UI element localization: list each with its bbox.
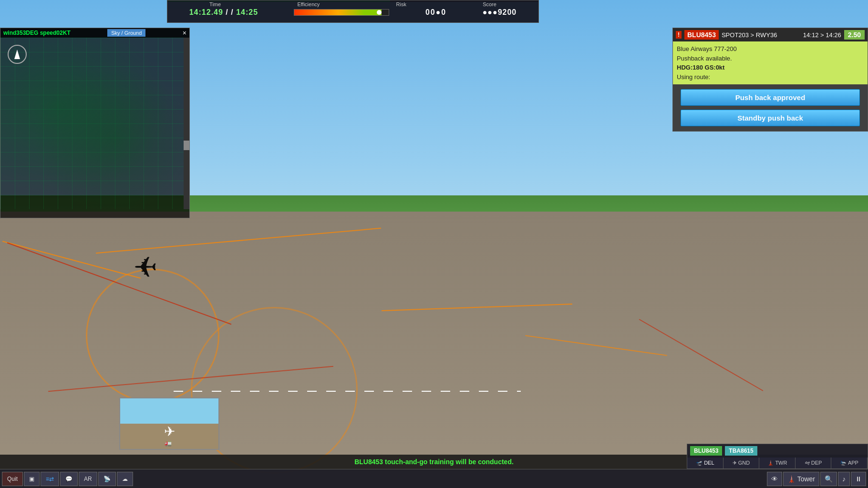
radar-icon: 📡 [103,476,111,482]
risk-label: Risk [396,1,406,7]
risk-value: 00●0 [425,8,446,16]
tab-twr-icon: 🗼 [767,460,774,466]
pause-icon: ⏸ [855,475,862,483]
flight-info-body: Blue Airways 777-200 Pushback available.… [673,41,868,84]
view-button[interactable]: 👁 [767,472,782,486]
compass [8,45,27,64]
tab-dep[interactable]: 🛩 DEP [796,458,832,468]
radar-content [0,38,189,209]
bottom-toolbar: Quit ▣ ≡⇄ 💬 AR 📡 ☁ 👁 [0,469,868,488]
layout-icon: ≡⇄ [46,476,54,482]
radar-scrollbar[interactable] [184,38,189,209]
hud-time-display: 14:12.49 / / 14:25 [189,8,258,17]
traffic-callsigns: BLU8453 TBA8615 [687,444,868,458]
ar-button[interactable]: AR [79,472,97,486]
radar-button[interactable]: 📡 [98,472,116,486]
audio-icon: ♪ [842,475,846,483]
tab-gnd-icon: ✈ [733,460,737,466]
tower-label: Tower [797,475,815,483]
orange-line-3 [382,304,572,311]
time-sep: / [226,8,228,16]
quit-button[interactable]: Quit [2,472,23,486]
search-button[interactable]: 🔍 [820,472,837,486]
window-button[interactable]: ▣ [24,472,40,486]
pause-button[interactable]: ⏸ [851,472,866,486]
ar-label: AR [84,476,92,482]
score-value: ●●●9200 [483,8,517,16]
score-display: ●●●9200 [483,8,517,17]
traffic-panel[interactable]: BLU8453 TBA8615 🛫 DEL ✈ GND 🗼 TWR 🛩 DEP … [687,444,868,469]
wind-info: wind353DEG speed02KT [3,30,71,36]
toolbar-left: Quit ▣ ≡⇄ 💬 AR 📡 ☁ [0,472,135,486]
preview-vehicle: 🚛 [165,440,172,447]
top-hud: Time Efficiency Risk Score 14:12.49 / / … [167,0,539,23]
flight-callsign: BLU8453 [684,30,719,40]
tab-twr[interactable]: 🗼 TWR [759,458,796,468]
tab-app-label: APP [848,460,858,466]
hdg-line: HDG:180 GS:0kt [677,63,864,72]
search-icon: 🔍 [825,475,833,483]
tab-dep-label: DEP [811,460,822,466]
toolbar-right: 👁 🗼 Tower 🔍 ♪ ⏸ [765,472,868,486]
audio-button[interactable]: ♪ [838,472,850,486]
efficiency-label: Efficiency [297,1,320,7]
efficiency-dot [377,10,382,15]
status-line: Pushback available. [677,54,864,63]
tab-del-icon: 🛫 [696,460,703,466]
standby-push-back-button[interactable]: Standby push back [681,110,860,126]
risk-display: 00●0 [425,8,446,17]
scrollbar-thumb[interactable] [184,141,189,150]
radar-header: wind353DEG speed02KT Sky / Ground × [0,28,189,38]
traffic-cs-2[interactable]: TBA8615 [725,446,757,456]
time-current: 14:12.49 [189,8,223,16]
orange-line-2 [2,241,141,279]
time-target: 14:25 [236,8,258,16]
radar-close-btn[interactable]: × [183,29,186,37]
score-label: Score [483,1,496,7]
tower-button[interactable]: 🗼 Tower [783,472,819,486]
weather-icon: ☁ [122,476,128,482]
aircraft-icon: ✈ [134,250,157,283]
flight-buttons: Push back approved Standby push back [673,84,868,131]
flight-score-badge: 2.50 [844,30,865,40]
flight-time-range: 14:12 > 14:26 [803,31,841,39]
chat-icon: 💬 [65,476,72,482]
chat-button[interactable]: 💬 [60,472,78,486]
tab-dep-icon: 🛩 [805,460,810,466]
window-icon: ▣ [29,476,34,482]
layout-button[interactable]: ≡⇄ [41,472,59,486]
status-message: BLU8453 touch-and-go training will be co… [354,458,514,466]
tab-del-label: DEL [704,460,714,466]
push-back-approved-button[interactable]: Push back approved [681,89,860,106]
route-label: Using route: [677,72,864,82]
flight-header: ! BLU8453 SPOT203 > RWY36 14:12 > 14:26 … [673,28,868,41]
tab-del[interactable]: 🛫 DEL [687,458,723,468]
preview-content: ✈ 🚛 [120,398,218,449]
time-label: Time [209,1,221,7]
efficiency-fill-bar [294,10,381,15]
preview-panel: ✈ 🚛 [119,397,219,450]
tab-gnd-label: GND [738,460,750,466]
orange-line-4 [525,335,667,356]
game-view: ✈ Time Efficiency Risk Score 14:12.49 / … [0,0,868,488]
hud-values: 14:12.49 / / 14:25 00●0 ●●●9200 [171,8,535,17]
compass-arrow [14,50,20,59]
hud-labels: Time Efficiency Risk Score [171,1,535,7]
tab-app[interactable]: 🛬 APP [831,458,868,468]
flight-panel: ! BLU8453 SPOT203 > RWY36 14:12 > 14:26 … [672,28,868,132]
runway-lines [174,391,521,392]
tab-gnd[interactable]: ✈ GND [723,458,760,468]
radar-panel[interactable]: wind353DEG speed02KT Sky / Ground × [0,28,190,218]
tower-icon: 🗼 [787,475,796,483]
aircraft-type-line: Blue Airways 777-200 [677,44,864,54]
traffic-cs-1[interactable]: BLU8453 [690,446,722,456]
tab-app-icon: 🛬 [840,460,847,466]
tab-twr-label: TWR [775,460,787,466]
weather-button[interactable]: ☁ [117,472,133,486]
efficiency-bar [294,9,389,16]
view-icon: 👁 [771,475,778,483]
sky-ground-toggle[interactable]: Sky / Ground [107,29,145,37]
radar-overlay [0,38,189,209]
alert-icon: ! [676,31,682,39]
red-marking-3 [639,319,764,391]
